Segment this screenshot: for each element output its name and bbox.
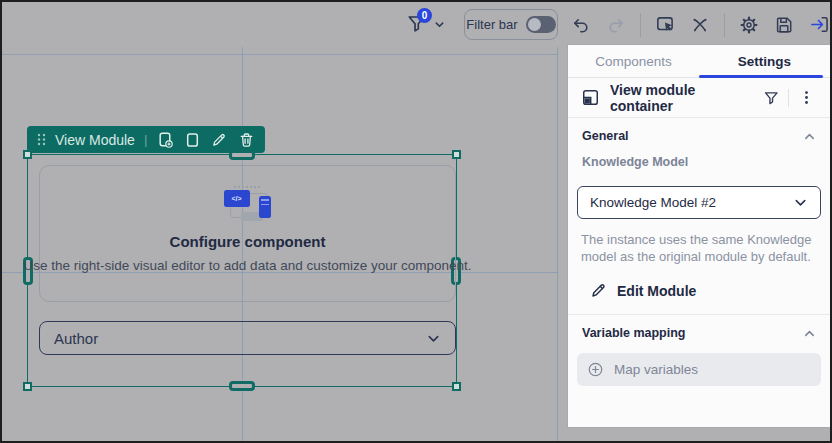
topbar: 0 Filter bar bbox=[2, 2, 830, 47]
exit-button[interactable] bbox=[808, 14, 830, 36]
chevron-down-icon bbox=[793, 195, 808, 210]
sidebar-tabs: Components Settings bbox=[568, 45, 830, 78]
general-section-label: General bbox=[582, 129, 803, 143]
settings-sidebar: Components Settings View module containe… bbox=[568, 45, 830, 427]
swap-x-icon bbox=[690, 15, 710, 35]
drag-handle-icon[interactable] bbox=[37, 133, 46, 146]
copy-plus-icon bbox=[157, 131, 174, 148]
funnel-icon: 0 bbox=[406, 12, 430, 36]
redo-icon bbox=[606, 15, 626, 35]
pencil-icon bbox=[590, 282, 607, 299]
tab-settings[interactable]: Settings bbox=[699, 45, 830, 77]
section-variable-mapping[interactable]: Variable mapping bbox=[568, 320, 830, 346]
undo-icon bbox=[571, 15, 591, 35]
component-illustration: </> bbox=[224, 186, 272, 222]
panel-chip bbox=[259, 196, 271, 218]
duplicate-add-button[interactable] bbox=[156, 131, 174, 149]
edit-module-label: Edit Module bbox=[617, 283, 696, 299]
placeholder-description: Use the right-side visual editor to add … bbox=[24, 258, 472, 273]
map-variables-button[interactable]: Map variables bbox=[577, 353, 821, 386]
gridline-vertical bbox=[557, 47, 558, 441]
selection-toolbar-divider: | bbox=[144, 132, 147, 147]
toggle-knob bbox=[528, 18, 541, 31]
knowledge-model-select[interactable]: Knowledge Model #2 bbox=[577, 186, 821, 219]
resize-handle-bottom-left[interactable] bbox=[23, 382, 32, 391]
save-icon bbox=[774, 15, 794, 35]
chevron-down-icon bbox=[434, 19, 445, 30]
tab-components[interactable]: Components bbox=[568, 45, 699, 77]
chevron-up-icon bbox=[803, 130, 816, 143]
selection-toolbar: View Module | bbox=[27, 126, 265, 153]
chevron-up-icon bbox=[803, 327, 816, 340]
edit-module-button[interactable]: Edit Module bbox=[568, 265, 830, 299]
toolbar-divider bbox=[640, 13, 641, 37]
author-dropdown[interactable]: Author bbox=[39, 321, 456, 355]
selection-box: </> Configure component Use the right-si… bbox=[27, 154, 457, 387]
kebab-menu-icon bbox=[799, 90, 814, 105]
placeholder-title: Configure component bbox=[170, 233, 326, 250]
resize-handle-top[interactable] bbox=[229, 150, 255, 160]
filter-bar-toggle[interactable] bbox=[526, 16, 556, 33]
undo-button[interactable] bbox=[570, 14, 592, 36]
resize-handle-top-left[interactable] bbox=[23, 150, 32, 159]
gridline-horizontal bbox=[2, 54, 558, 55]
funnel-icon bbox=[763, 89, 780, 106]
filter-dropdown[interactable]: 0 bbox=[406, 12, 445, 36]
knowledge-model-value: Knowledge Model #2 bbox=[590, 195, 793, 210]
copy-icon bbox=[185, 132, 200, 148]
author-dropdown-value: Author bbox=[54, 330, 426, 347]
resize-handle-bottom[interactable] bbox=[229, 381, 255, 391]
save-button[interactable] bbox=[773, 14, 795, 36]
chevron-down-icon bbox=[426, 331, 441, 346]
selection-label: View Module bbox=[55, 132, 135, 148]
gear-icon bbox=[739, 15, 759, 35]
filter-bar-label: Filter bar bbox=[466, 17, 517, 32]
divider bbox=[568, 117, 830, 118]
map-variables-label: Map variables bbox=[614, 362, 698, 377]
resize-handle-bottom-right[interactable] bbox=[452, 382, 461, 391]
panel-title: View module container bbox=[610, 82, 760, 114]
edit-button[interactable] bbox=[210, 131, 228, 149]
delete-button[interactable] bbox=[237, 131, 255, 149]
panel-menu-button[interactable] bbox=[795, 87, 817, 109]
plus-circle-icon bbox=[587, 361, 604, 378]
filter-bar-control: Filter bar bbox=[464, 9, 558, 40]
knowledge-model-helper-text: The instance uses the same Knowledge mod… bbox=[568, 219, 830, 265]
variables-tool-button[interactable] bbox=[689, 14, 711, 36]
exit-icon bbox=[809, 14, 830, 35]
divider bbox=[568, 314, 830, 315]
panel-filter-button[interactable] bbox=[760, 87, 782, 109]
select-cursor-icon bbox=[655, 14, 676, 35]
header-divider bbox=[788, 89, 789, 107]
toolbar-divider bbox=[724, 13, 725, 37]
variable-mapping-section-label: Variable mapping bbox=[582, 326, 803, 340]
copy-button[interactable] bbox=[183, 131, 201, 149]
component-placeholder: </> Configure component Use the right-si… bbox=[39, 165, 456, 302]
code-chip: </> bbox=[224, 190, 250, 207]
app-window: 0 Filter bar bbox=[0, 0, 832, 443]
active-tab-underline bbox=[699, 75, 823, 78]
knowledge-model-label: Knowledge Model bbox=[568, 149, 830, 169]
redo-button[interactable] bbox=[605, 14, 627, 36]
module-container-icon bbox=[581, 88, 600, 107]
panel-header: View module container bbox=[568, 78, 830, 117]
resize-handle-top-right[interactable] bbox=[452, 150, 461, 159]
pencil-icon bbox=[211, 132, 227, 148]
trash-icon bbox=[239, 132, 254, 148]
select-tool-button[interactable] bbox=[654, 14, 676, 36]
editor-toolbar bbox=[570, 2, 830, 47]
section-general[interactable]: General bbox=[568, 123, 830, 149]
filter-count-badge: 0 bbox=[417, 8, 432, 23]
settings-button[interactable] bbox=[738, 14, 760, 36]
